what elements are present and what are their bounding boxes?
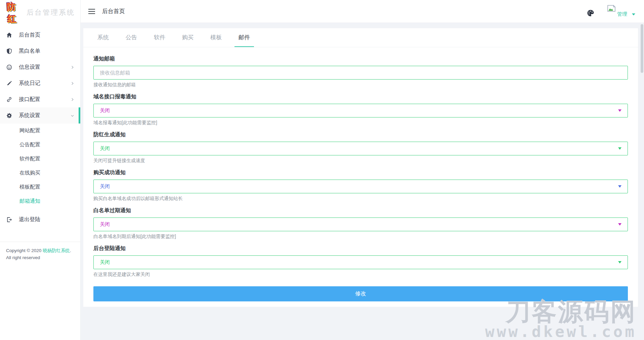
pen-icon (6, 80, 12, 86)
form-group-purchase-success-notify: 购买成功通知 关闭 购买白名单域名成功后以邮箱形式通知站长 (93, 169, 628, 202)
sidebar-subitem-label: 邮箱通知 (19, 198, 40, 205)
theme-palette-icon[interactable] (587, 9, 594, 18)
sidebar-subitem-site-config[interactable]: 网站配置 (0, 124, 80, 138)
page-title: 后台首页 (102, 7, 125, 15)
notify-email-input[interactable] (93, 66, 628, 80)
whitelist-expire-notify-select[interactable]: 关闭 (93, 217, 628, 231)
tab-template[interactable]: 模板 (206, 28, 226, 47)
domain-virus-notify-select[interactable]: 关闭 (93, 104, 628, 117)
sidebar-item-label: 黑白名单 (19, 48, 40, 55)
sidebar-item-system-settings[interactable]: 系统设置 (0, 107, 80, 124)
field-help: 白名单域名到期后通知[此功能需要监控] (93, 234, 628, 240)
sidebar-item-label: 信息设置 (19, 64, 40, 71)
copyright-brand-link[interactable]: 晓杨防红系统 (43, 248, 70, 253)
sidebar-item-info-settings[interactable]: 信息设置 (0, 59, 80, 75)
smiley-icon (6, 64, 12, 70)
chevron-down-icon (618, 109, 621, 112)
chevron-right-icon (71, 98, 74, 101)
link-icon (6, 96, 12, 102)
sidebar: 防红 后台管理系统 后台首页 黑白名单 信息设置 (0, 0, 81, 340)
select-value: 关闭 (100, 183, 110, 190)
user-dropdown[interactable]: 管理 (607, 5, 635, 18)
tab-mail[interactable]: 邮件 (234, 28, 254, 47)
app-root: 防红 后台管理系统 后台首页 黑白名单 信息设置 (0, 0, 644, 340)
select-value: 关闭 (100, 107, 110, 114)
field-help: 关闭可提升链接生成速度 (93, 158, 628, 164)
form-group-generate-notify: 防红生成通知 关闭 关闭可提升链接生成速度 (93, 131, 628, 164)
select-value: 关闭 (100, 259, 110, 265)
field-help: 在这里我还是建议大家关闭 (93, 272, 628, 278)
brand-logo: 防红 (5, 0, 23, 26)
gear-icon (6, 112, 12, 118)
field-help: 域名报毒通知[此功能需要监控] (93, 120, 628, 126)
brand-title: 后台管理系统 (27, 8, 75, 17)
sidebar-subitem-template-config[interactable]: 模板配置 (0, 180, 80, 194)
chevron-right-icon (71, 82, 74, 85)
sidebar-item-system-log[interactable]: 系统日记 (0, 75, 80, 91)
watermark-url: www.dkewl.com (485, 324, 637, 339)
main-area: 后台首页 管理 系统 公告 软件 (81, 0, 644, 340)
chevron-down-icon (632, 13, 635, 15)
tab-system[interactable]: 系统 (93, 28, 113, 47)
admin-login-notify-select[interactable]: 关闭 (93, 255, 628, 269)
system-settings-submenu: 网站配置 公告配置 软件配置 在线购买 模板配置 邮箱通知 (0, 124, 80, 208)
sidebar-item-label: 接口配置 (19, 96, 40, 103)
field-help: 购买白名单域名成功后以邮箱形式通知站长 (93, 196, 628, 202)
chevron-down-icon (618, 223, 621, 226)
chevron-down-icon (618, 185, 621, 188)
chevron-right-icon (71, 65, 74, 69)
tab-announcement[interactable]: 公告 (122, 28, 141, 47)
topbar: 后台首页 管理 (81, 0, 644, 23)
logout-icon (6, 216, 12, 223)
hamburger-menu-icon[interactable] (88, 8, 95, 14)
field-label: 域名接口报毒通知 (93, 93, 628, 100)
form-group-notify-email: 通知邮箱 接收通知信息的邮箱 (93, 55, 628, 88)
chevron-down-icon (618, 147, 621, 150)
sidebar-subitem-announcement-config[interactable]: 公告配置 (0, 138, 80, 152)
sidebar-item-dashboard[interactable]: 后台首页 (0, 27, 80, 43)
sidebar-item-label: 系统设置 (19, 112, 40, 119)
sidebar-subitem-label: 网站配置 (19, 127, 40, 134)
sidebar-item-api-config[interactable]: 接口配置 (0, 91, 80, 107)
settings-tabs: 系统 公告 软件 购买 模板 邮件 (83, 28, 638, 47)
field-help: 接收通知信息的邮箱 (93, 82, 628, 88)
sidebar-item-label: 后台首页 (19, 32, 40, 39)
sidebar-subitem-label: 模板配置 (19, 184, 40, 191)
sidebar-subitem-software-config[interactable]: 软件配置 (0, 152, 80, 166)
purchase-success-notify-select[interactable]: 关闭 (93, 180, 628, 193)
select-value: 关闭 (100, 221, 110, 228)
chevron-down-icon (71, 114, 74, 117)
chevron-down-icon (618, 261, 621, 263)
field-label: 通知邮箱 (93, 55, 628, 62)
sidebar-menu: 后台首页 黑白名单 信息设置 系统日 (0, 25, 80, 228)
tab-purchase[interactable]: 购买 (178, 28, 198, 47)
sidebar-item-blackwhite-list[interactable]: 黑白名单 (0, 43, 80, 59)
generate-notify-select[interactable]: 关闭 (93, 142, 628, 155)
mail-settings-form: 通知邮箱 接收通知信息的邮箱 域名接口报毒通知 关闭 域名报毒通知[此功能需要监… (83, 47, 638, 301)
logo-area[interactable]: 防红 后台管理系统 (0, 0, 80, 25)
user-name: 管理 (617, 11, 627, 17)
save-button[interactable]: 修改 (93, 286, 628, 301)
sidebar-subitem-label: 公告配置 (19, 141, 40, 148)
sidebar-subitem-email-notify[interactable]: 邮箱通知 (0, 194, 80, 208)
tab-software[interactable]: 软件 (150, 28, 169, 47)
home-icon (6, 32, 12, 38)
sidebar-subitem-label: 软件配置 (19, 155, 40, 162)
vertical-scrollbar-thumb[interactable] (641, 24, 643, 73)
sidebar-subitem-online-purchase[interactable]: 在线购买 (0, 166, 80, 180)
copyright-prefix: Copyright © 2020 (6, 248, 43, 253)
sidebar-item-label: 系统日记 (19, 80, 40, 87)
sidebar-subitem-label: 在线购买 (19, 169, 40, 177)
field-label: 购买成功通知 (93, 169, 628, 176)
sidebar-item-label: 退出登陆 (19, 216, 40, 223)
form-group-domain-virus-notify: 域名接口报毒通知 关闭 域名报毒通知[此功能需要监控] (93, 93, 628, 126)
select-value: 关闭 (100, 145, 110, 152)
form-group-whitelist-expire-notify: 白名单过期通知 关闭 白名单域名到期后通知[此功能需要监控] (93, 207, 628, 240)
shield-icon (6, 48, 12, 54)
form-group-admin-login-notify: 后台登陆通知 关闭 在这里我还是建议大家关闭 (93, 245, 628, 278)
sidebar-item-logout[interactable]: 退出登陆 (0, 211, 80, 228)
broken-avatar-icon (607, 5, 616, 13)
content-area: 系统 公告 软件 购买 模板 邮件 通知邮箱 接收通知信息的邮箱 域名接口报毒通… (81, 23, 644, 340)
topbar-right: 管理 (587, 5, 635, 18)
settings-card: 系统 公告 软件 购买 模板 邮件 通知邮箱 接收通知信息的邮箱 域名接口报毒通… (83, 28, 638, 307)
